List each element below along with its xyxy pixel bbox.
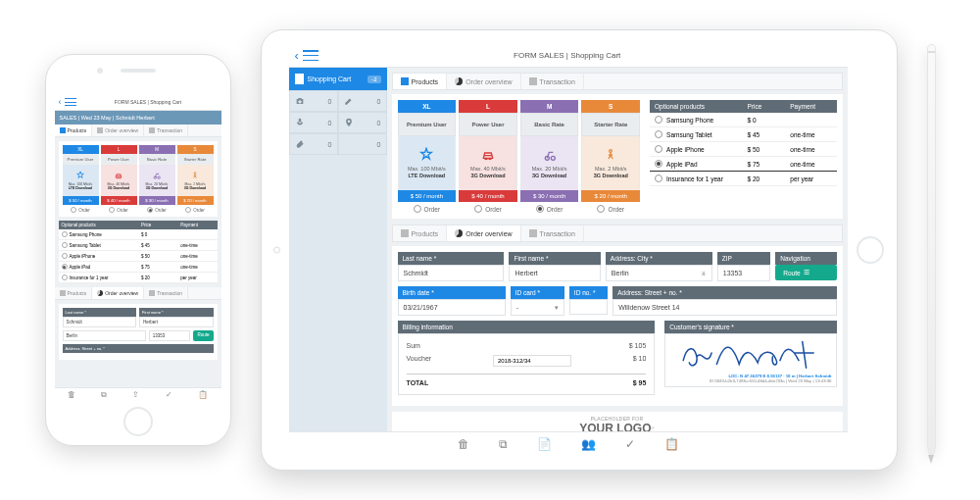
phone-plans-section: XLPremium UserMax. 100 Mbit/sLTE Downloa… bbox=[59, 141, 218, 217]
tab-transaction-2[interactable]: Transaction bbox=[144, 287, 188, 299]
option-row[interactable]: Apple iPad$ 75one-time bbox=[650, 157, 836, 172]
sidebar-main[interactable]: Shopping Cart -2 bbox=[289, 68, 387, 90]
tab-transaction[interactable]: Transaction bbox=[521, 74, 584, 89]
option-row[interactable]: Apple iPad$ 75one-time bbox=[59, 262, 218, 273]
tab-products[interactable]: Products bbox=[393, 74, 448, 89]
check-icon[interactable]: ✓ bbox=[166, 390, 172, 399]
order-radio-S[interactable]: Order bbox=[581, 205, 640, 213]
tab-order-overview-2[interactable]: Order overview bbox=[447, 225, 520, 241]
label-firstname: First name * bbox=[139, 308, 214, 317]
input-street[interactable]: Willdenow Street 14 bbox=[612, 299, 836, 316]
route-button[interactable]: Route bbox=[193, 330, 213, 341]
sidebar-attachment[interactable]: 0 bbox=[289, 133, 338, 155]
order-radio-M[interactable]: Order bbox=[139, 207, 175, 213]
copy-icon[interactable]: ⧉ bbox=[499, 437, 508, 451]
order-radio-XL[interactable]: Order bbox=[63, 207, 99, 213]
check-icon[interactable]: ✓ bbox=[625, 437, 635, 451]
clipboard-icon[interactable]: 📋 bbox=[664, 437, 679, 451]
input-lastname[interactable]: Schmidt bbox=[398, 265, 505, 281]
sidebar-camera[interactable]: 0 bbox=[289, 90, 338, 112]
logo-placeholder: PLACEHOLDER FORYOUR LOGO® bbox=[392, 412, 843, 431]
plan-M[interactable]: MBasic RateMax. 20 Mbit/s3G Download$ 30… bbox=[139, 145, 175, 205]
input-city[interactable]: Berlin bbox=[63, 330, 146, 341]
sidebar-mic[interactable]: 0 bbox=[289, 112, 338, 133]
label-street-phone: Address: Street + no. * bbox=[63, 344, 214, 353]
option-row[interactable]: Samsung Tablet$ 45one-time bbox=[650, 127, 836, 142]
label-idno: ID no. * bbox=[569, 286, 608, 299]
option-row[interactable]: Insurance for 1 year$ 20per year bbox=[650, 172, 836, 186]
tablet-tabs-1: Products Order overview Transaction bbox=[392, 73, 843, 90]
trash-icon[interactable]: 🗑 bbox=[458, 437, 469, 451]
pdf-icon[interactable]: 📄 bbox=[537, 437, 552, 451]
billing-voucher: Voucher$ 10 bbox=[407, 352, 647, 370]
order-radio-M[interactable]: Order bbox=[520, 205, 579, 213]
tab-order-overview[interactable]: Order overview bbox=[447, 74, 520, 89]
plan-XL[interactable]: XLPremium UserMax. 100 Mbit/sLTE Downloa… bbox=[63, 145, 99, 205]
home-button[interactable] bbox=[857, 236, 884, 264]
route-button[interactable]: Route☰ bbox=[775, 265, 836, 280]
tab-products-2[interactable]: Products bbox=[393, 225, 448, 241]
input-lastname[interactable]: Schmidt bbox=[63, 317, 137, 327]
input-birth[interactable]: 03/21/1967 bbox=[398, 299, 506, 316]
signature-box[interactable]: LOC: N 47.36279 E 8.55137 · 10 m | Herbe… bbox=[664, 333, 836, 387]
label-firstname: First name * bbox=[509, 252, 600, 265]
input-firstname[interactable]: Herbert bbox=[509, 265, 600, 281]
input-zip[interactable]: 13353 bbox=[149, 330, 191, 341]
users-icon[interactable]: 👥 bbox=[581, 437, 596, 451]
plan-XL[interactable]: XLPremium UserMax. 100 Mbit/sLTE Downloa… bbox=[398, 100, 457, 202]
plan-S[interactable]: SStarter RateMax. 2 Mbit/s3G Download$ 2… bbox=[177, 145, 214, 205]
voucher-input[interactable] bbox=[493, 355, 571, 367]
tab-transaction-2[interactable]: Transaction bbox=[521, 225, 584, 241]
copy-icon[interactable]: ⧉ bbox=[101, 390, 107, 400]
order-radio-S[interactable]: Order bbox=[177, 207, 214, 213]
phone-toolbar: 🗑 ⧉ ⇪ ✓ 📋 bbox=[55, 387, 221, 401]
tab-products-2[interactable]: Products bbox=[55, 287, 93, 299]
back-icon[interactable]: ‹ bbox=[59, 97, 62, 107]
tablet-device: ‹ FORM SALES | Shopping Cart Shopping Ca… bbox=[261, 29, 898, 471]
phone-title: FORM SALES | Shopping Cart bbox=[79, 99, 218, 105]
export-icon[interactable]: ⇪ bbox=[132, 390, 139, 399]
option-row[interactable]: Samsung Phone$ 0 bbox=[59, 229, 218, 240]
signature-svg bbox=[665, 334, 835, 372]
option-row[interactable]: Apple iPhone$ 50one-time bbox=[59, 251, 218, 262]
option-row[interactable]: Samsung Tablet$ 45one-time bbox=[59, 240, 218, 251]
tab-order-overview[interactable]: Order overview bbox=[92, 125, 144, 136]
signature-header: Customer's signature * bbox=[664, 321, 836, 333]
billing-sum: Sum$ 105 bbox=[407, 339, 647, 352]
option-row[interactable]: Insurance for 1 year$ 20per year bbox=[59, 273, 218, 283]
phone-tabs-2: Products Order overview Transaction bbox=[55, 287, 221, 300]
option-row[interactable]: Samsung Phone$ 0 bbox=[650, 113, 836, 127]
phone-screen: ‹ FORM SALES | Shopping Cart SALES | Wed… bbox=[55, 94, 221, 401]
plan-L[interactable]: LPower UserMax. 40 Mbit/s3G Download$ 40… bbox=[101, 145, 137, 205]
label-nav: Navigation bbox=[775, 252, 836, 265]
order-radio-L[interactable]: Order bbox=[101, 207, 137, 213]
plan-L[interactable]: LPower UserMax. 40 Mbit/s3G Download$ 40… bbox=[459, 100, 517, 202]
tab-products[interactable]: Products bbox=[55, 125, 93, 136]
tab-order-overview-2[interactable]: Order overview bbox=[92, 287, 144, 299]
menu-icon[interactable] bbox=[65, 98, 76, 106]
input-city[interactable]: Berlin ⚹ bbox=[606, 265, 712, 281]
tablet-toolbar: 🗑 ⧉ 📄 👥 ✓ 📋 bbox=[289, 431, 848, 456]
plan-M[interactable]: MBasic RateMax. 20 Mbit/s3G Download$ 30… bbox=[520, 100, 579, 202]
svg-point-2 bbox=[194, 172, 196, 174]
order-radio-XL[interactable]: Order bbox=[398, 205, 457, 213]
input-idno[interactable] bbox=[569, 299, 608, 315]
sidebar-pencil[interactable]: 0 bbox=[338, 90, 387, 112]
trash-icon[interactable]: 🗑 bbox=[68, 390, 75, 399]
input-idcard[interactable]: - bbox=[511, 299, 564, 316]
option-row[interactable]: Apple iPhone$ 50one-time bbox=[650, 142, 836, 157]
clipboard-icon[interactable]: 📋 bbox=[198, 390, 208, 399]
sidebar-location[interactable]: 0 bbox=[338, 112, 387, 133]
sidebar-label: Shopping Cart bbox=[308, 75, 352, 82]
input-firstname[interactable]: Herbert bbox=[139, 317, 214, 327]
home-button[interactable] bbox=[123, 407, 153, 436]
order-radio-L[interactable]: Order bbox=[459, 205, 517, 213]
document-icon bbox=[295, 74, 304, 84]
apple-pencil bbox=[927, 44, 936, 456]
input-zip[interactable]: 13353 bbox=[717, 265, 770, 281]
phone-subtitle: SALES | Wed 23 May | Schmidt Herbert bbox=[55, 111, 221, 125]
tab-transaction[interactable]: Transaction bbox=[144, 125, 188, 136]
tablet-title: FORM SALES | Shopping Cart bbox=[293, 51, 842, 60]
plan-S[interactable]: SStarter RateMax. 2 Mbit/s3G Download$ 2… bbox=[581, 100, 640, 202]
billing-total: TOTAL$ 95 bbox=[407, 374, 647, 389]
